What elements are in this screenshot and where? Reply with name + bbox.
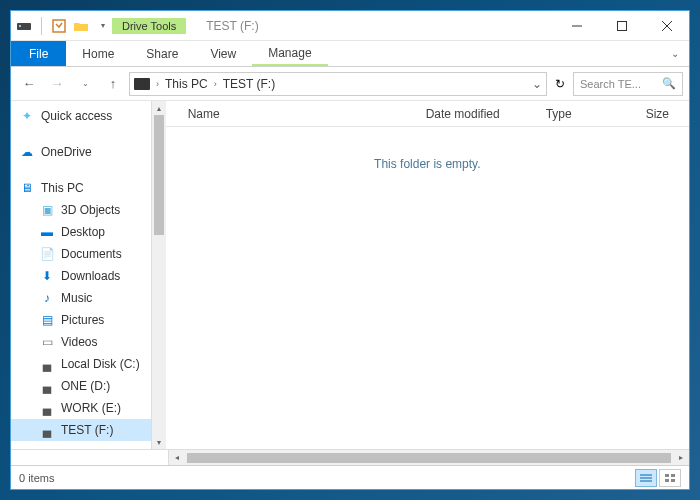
address-bar[interactable]: › This PC › TEST (F:) ⌄	[129, 72, 547, 96]
navigation-bar: ← → ⌄ ↑ › This PC › TEST (F:) ⌄ ↻ Search…	[11, 67, 689, 101]
cube-icon: ▣	[39, 202, 55, 218]
sidebar-item-this-pc[interactable]: 🖥 This PC	[11, 177, 151, 199]
sidebar-item-music[interactable]: ♪Music	[11, 287, 151, 309]
svg-rect-13	[671, 479, 675, 482]
tab-share[interactable]: Share	[130, 41, 194, 66]
scroll-down-icon[interactable]: ▾	[152, 435, 165, 449]
sidebar-item-pictures[interactable]: ▤Pictures	[11, 309, 151, 331]
star-icon: ✦	[19, 108, 35, 124]
ribbon-expand-icon[interactable]: ⌄	[661, 41, 689, 66]
tab-file[interactable]: File	[11, 41, 66, 66]
picture-icon: ▤	[39, 312, 55, 328]
scroll-up-icon[interactable]: ▴	[152, 101, 165, 115]
svg-rect-12	[665, 479, 669, 482]
sidebar-item-work-drive[interactable]: ▄WORK (E:)	[11, 397, 151, 419]
close-button[interactable]	[644, 11, 689, 41]
scroll-thumb[interactable]	[154, 115, 163, 235]
search-placeholder: Search TE...	[580, 78, 641, 90]
sidebar-item-videos[interactable]: ▭Videos	[11, 331, 151, 353]
drive-icon	[15, 17, 33, 35]
search-icon: 🔍	[662, 77, 676, 90]
column-size[interactable]: Size	[636, 107, 689, 121]
address-dropdown-icon[interactable]: ⌄	[532, 77, 542, 91]
contextual-tab-label: Drive Tools	[112, 18, 186, 34]
folder-icon[interactable]	[72, 17, 90, 35]
column-headers: Name Date modified Type Size	[166, 101, 689, 127]
refresh-button[interactable]: ↻	[551, 77, 569, 91]
sidebar-item-quick-access[interactable]: ✦ Quick access	[11, 105, 151, 127]
view-mode-buttons	[635, 469, 681, 487]
history-dropdown-icon[interactable]: ⌄	[73, 72, 97, 96]
sidebar-item-documents[interactable]: 📄Documents	[11, 243, 151, 265]
drive-icon: ▄	[39, 356, 55, 372]
window-controls	[554, 11, 689, 41]
back-button[interactable]: ←	[17, 72, 41, 96]
desktop-icon: ▬	[39, 224, 55, 240]
drive-icon: ▄	[39, 400, 55, 416]
maximize-button[interactable]	[599, 11, 644, 41]
sidebar-item-test-drive[interactable]: ▄TEST (F:)	[11, 419, 151, 441]
search-input[interactable]: Search TE... 🔍	[573, 72, 683, 96]
ribbon-tabs: File Home Share View Manage ⌄	[11, 41, 689, 67]
navigation-pane: ✦ Quick access ☁ OneDrive 🖥 This PC ▣3D …	[11, 101, 151, 449]
thumbnails-view-button[interactable]	[659, 469, 681, 487]
scroll-left-icon[interactable]: ◂	[169, 450, 185, 466]
separator	[41, 17, 42, 35]
column-type[interactable]: Type	[536, 107, 636, 121]
empty-folder-message: This folder is empty.	[166, 157, 689, 171]
tab-view[interactable]: View	[194, 41, 252, 66]
horizontal-scrollbar[interactable]: ◂ ▸	[169, 450, 689, 465]
item-count: 0 items	[19, 472, 54, 484]
chevron-right-icon[interactable]: ›	[214, 79, 217, 89]
breadcrumb-this-pc[interactable]: This PC	[165, 77, 208, 91]
sidebar-item-one-drive-d[interactable]: ▄ONE (D:)	[11, 375, 151, 397]
column-date[interactable]: Date modified	[416, 107, 536, 121]
up-button[interactable]: ↑	[101, 72, 125, 96]
forward-button[interactable]: →	[45, 72, 69, 96]
breadcrumb-current[interactable]: TEST (F:)	[223, 77, 275, 91]
quick-access-toolbar: ▾	[11, 17, 112, 35]
drive-icon: ▄	[39, 378, 55, 394]
document-icon: 📄	[39, 246, 55, 262]
svg-rect-4	[617, 21, 626, 30]
qat-dropdown-icon[interactable]: ▾	[94, 17, 112, 35]
content-area: ✦ Quick access ☁ OneDrive 🖥 This PC ▣3D …	[11, 101, 689, 449]
tab-home[interactable]: Home	[66, 41, 130, 66]
titlebar: ▾ Drive Tools TEST (F:)	[11, 11, 689, 41]
sidebar-item-downloads[interactable]: ⬇Downloads	[11, 265, 151, 287]
window-title: TEST (F:)	[206, 19, 258, 33]
column-name[interactable]: Name	[166, 107, 416, 121]
status-bar: 0 items	[11, 465, 689, 489]
properties-icon[interactable]	[50, 17, 68, 35]
music-icon: ♪	[39, 290, 55, 306]
sidebar-item-local-disk[interactable]: ▄Local Disk (C:)	[11, 353, 151, 375]
drive-icon	[134, 78, 150, 90]
scroll-right-icon[interactable]: ▸	[673, 450, 689, 466]
video-icon: ▭	[39, 334, 55, 350]
sidebar-item-onedrive[interactable]: ☁ OneDrive	[11, 141, 151, 163]
horizontal-scrollbar-row: ◂ ▸	[11, 449, 689, 465]
drive-icon: ▄	[39, 422, 55, 438]
svg-rect-10	[665, 474, 669, 477]
file-explorer-window: ▾ Drive Tools TEST (F:) File Home Share …	[10, 10, 690, 490]
svg-rect-1	[19, 25, 21, 27]
pc-icon: 🖥	[19, 180, 35, 196]
tab-manage[interactable]: Manage	[252, 41, 327, 66]
sidebar-item-desktop[interactable]: ▬Desktop	[11, 221, 151, 243]
minimize-button[interactable]	[554, 11, 599, 41]
download-icon: ⬇	[39, 268, 55, 284]
cloud-icon: ☁	[19, 144, 35, 160]
sidebar-scrollbar[interactable]: ▴ ▾	[151, 101, 165, 449]
svg-rect-11	[671, 474, 675, 477]
chevron-right-icon[interactable]: ›	[156, 79, 159, 89]
scroll-thumb[interactable]	[187, 453, 671, 463]
sidebar-item-3d-objects[interactable]: ▣3D Objects	[11, 199, 151, 221]
sidebar-footer-gap	[11, 450, 169, 465]
details-view-button[interactable]	[635, 469, 657, 487]
file-list-pane: Name Date modified Type Size This folder…	[166, 101, 689, 449]
